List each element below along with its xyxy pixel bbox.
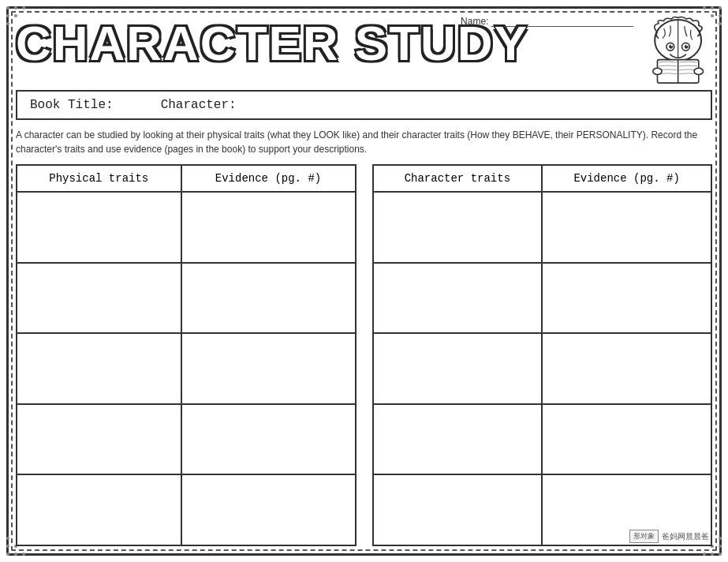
content-area: Name: ___________________________ CHARAC…	[16, 16, 712, 546]
watermark-box: 形对象	[629, 530, 659, 543]
svg-point-17	[6, 537, 9, 540]
table-row	[17, 474, 356, 545]
physical-evidence-cell[interactable]	[181, 474, 356, 545]
physical-traits-table: Physical traits Evidence (pg. #)	[16, 164, 357, 546]
physical-evidence-cell[interactable]	[181, 404, 356, 475]
character-evidence-cell[interactable]	[542, 333, 711, 404]
svg-point-35	[694, 68, 703, 74]
fields-row: Book Title: Character:	[16, 90, 712, 120]
physical-trait-cell[interactable]	[17, 474, 181, 545]
character-evidence-cell[interactable]	[542, 263, 711, 334]
physical-evidence-cell[interactable]	[181, 263, 356, 334]
svg-point-34	[653, 68, 662, 74]
svg-point-9	[719, 14, 722, 17]
physical-evidence-header: Evidence (pg. #)	[181, 165, 356, 192]
character-label: Character:	[161, 98, 237, 112]
book-title-label: Book Title:	[30, 98, 114, 112]
svg-point-15	[6, 545, 9, 548]
svg-point-8	[703, 6, 706, 9]
svg-point-0	[6, 6, 9, 9]
svg-point-30	[671, 45, 673, 47]
character-trait-cell[interactable]	[373, 404, 543, 475]
svg-point-28	[669, 45, 673, 49]
character-traits-table: Character traits Evidence (pg. #)	[372, 164, 713, 546]
tables-container: Physical traits Evidence (pg. #) Charact…	[16, 164, 712, 546]
svg-point-31	[686, 45, 688, 47]
table-row	[373, 404, 712, 475]
svg-point-1	[14, 6, 17, 9]
physical-evidence-cell[interactable]	[181, 333, 356, 404]
svg-point-3	[6, 14, 9, 17]
svg-point-29	[685, 45, 689, 49]
svg-point-21	[719, 545, 722, 548]
table-row	[17, 192, 356, 263]
table-row	[17, 404, 356, 475]
svg-point-2	[22, 6, 25, 9]
physical-trait-cell[interactable]	[17, 404, 181, 475]
header: Name: ___________________________ CHARAC…	[16, 16, 712, 87]
physical-trait-cell[interactable]	[17, 333, 181, 404]
svg-point-13	[14, 553, 17, 556]
watermark: 形对象 爸妈网晨晨爸	[629, 530, 709, 543]
watermark-site: 爸妈网晨晨爸	[662, 531, 709, 542]
character-trait-cell[interactable]	[373, 263, 543, 334]
svg-point-23	[719, 537, 722, 540]
svg-point-6	[719, 6, 722, 9]
character-evidence-cell[interactable]	[542, 404, 711, 475]
table-row	[373, 263, 712, 334]
svg-point-19	[711, 553, 714, 556]
name-field: Name: ___________________________	[461, 16, 633, 27]
physical-trait-cell[interactable]	[17, 192, 181, 263]
svg-point-20	[703, 553, 706, 556]
physical-trait-cell[interactable]	[17, 263, 181, 334]
character-trait-cell[interactable]	[373, 192, 543, 263]
description-text: A character can be studied by looking at…	[16, 128, 712, 156]
svg-point-18	[719, 553, 722, 556]
physical-traits-header: Physical traits	[17, 165, 181, 192]
table-row	[373, 333, 712, 404]
table-row	[373, 192, 712, 263]
table-row	[17, 333, 356, 404]
table-row	[17, 263, 356, 334]
worksheet-page: Name: ___________________________ CHARAC…	[0, 0, 728, 562]
brain-character-icon	[641, 16, 712, 87]
svg-point-7	[711, 6, 714, 9]
character-trait-cell[interactable]	[373, 474, 543, 545]
svg-point-5	[6, 22, 9, 25]
character-evidence-cell[interactable]	[542, 192, 711, 263]
physical-evidence-cell[interactable]	[181, 192, 356, 263]
svg-point-12	[6, 553, 9, 556]
character-traits-header: Character traits	[373, 165, 543, 192]
svg-point-11	[719, 22, 722, 25]
svg-point-14	[22, 553, 25, 556]
title-container: Name: ___________________________ CHARAC…	[16, 16, 633, 71]
character-trait-cell[interactable]	[373, 333, 543, 404]
character-evidence-header: Evidence (pg. #)	[542, 165, 711, 192]
